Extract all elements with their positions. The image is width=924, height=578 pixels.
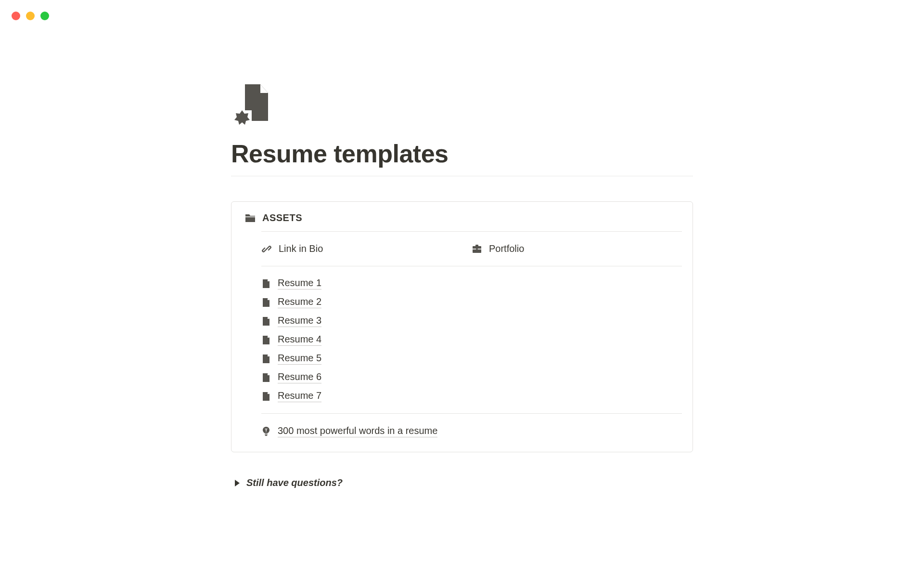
asset-resume-4[interactable]: Resume 4	[261, 330, 682, 349]
assets-header-label: ASSETS	[262, 212, 302, 223]
asset-resume-2[interactable]: Resume 2	[261, 293, 682, 312]
assets-top-links: Link in Bio Portfolio	[261, 231, 682, 266]
page-content: Resume templates ASSETS Link in Bio	[231, 0, 693, 488]
toggle-questions[interactable]: Still have questions?	[235, 477, 693, 488]
asset-resume-1[interactable]: Resume 1	[261, 274, 682, 293]
page-icon	[261, 372, 271, 383]
svg-rect-4	[265, 435, 268, 436]
asset-label: Portfolio	[489, 243, 524, 254]
window-minimize-button[interactable]	[26, 12, 35, 20]
window-close-button[interactable]	[12, 12, 20, 20]
lightbulb-icon: T	[261, 426, 271, 437]
assets-tip: T 300 most powerful words in a resume	[261, 413, 682, 443]
svg-text:T: T	[265, 428, 268, 433]
asset-label: Resume 2	[278, 296, 321, 308]
asset-label: Resume 4	[278, 334, 321, 346]
asset-resume-7[interactable]: Resume 7	[261, 387, 682, 406]
asset-label: Link in Bio	[279, 243, 323, 254]
page-icon	[261, 391, 271, 402]
page-icon[interactable]	[233, 84, 693, 125]
asset-resume-3[interactable]: Resume 3	[261, 312, 682, 330]
window-zoom-button[interactable]	[40, 12, 49, 20]
page-icon	[261, 316, 271, 327]
asset-label: 300 most powerful words in a resume	[278, 425, 437, 437]
svg-rect-1	[476, 248, 477, 250]
page-icon	[261, 354, 271, 364]
asset-label: Resume 3	[278, 315, 321, 327]
asset-tip-link[interactable]: T 300 most powerful words in a resume	[261, 421, 682, 441]
assets-resume-list: Resume 1 Resume 2 Resume 3 Resume 4 Resu…	[261, 266, 682, 413]
asset-label: Resume 6	[278, 371, 321, 383]
page-icon	[261, 278, 271, 289]
file-badge-icon	[233, 84, 268, 125]
window-controls	[12, 12, 49, 20]
folder-icon	[245, 213, 256, 223]
asset-label: Resume 5	[278, 353, 321, 365]
asset-link-in-bio[interactable]: Link in Bio	[261, 239, 472, 258]
assets-callout: ASSETS Link in Bio P	[231, 201, 693, 452]
page-title[interactable]: Resume templates	[231, 139, 693, 176]
assets-header: ASSETS	[245, 212, 682, 231]
svg-rect-3	[265, 434, 268, 434]
briefcase-icon	[472, 244, 482, 254]
asset-resume-5[interactable]: Resume 5	[261, 349, 682, 368]
link-icon	[261, 244, 272, 254]
toggle-label: Still have questions?	[246, 477, 343, 488]
asset-label: Resume 1	[278, 277, 321, 289]
asset-portfolio[interactable]: Portfolio	[472, 239, 682, 258]
page-icon	[261, 335, 271, 345]
toggle-triangle-icon	[235, 480, 240, 486]
page-icon	[261, 297, 271, 308]
asset-label: Resume 7	[278, 390, 321, 402]
asset-resume-6[interactable]: Resume 6	[261, 368, 682, 387]
